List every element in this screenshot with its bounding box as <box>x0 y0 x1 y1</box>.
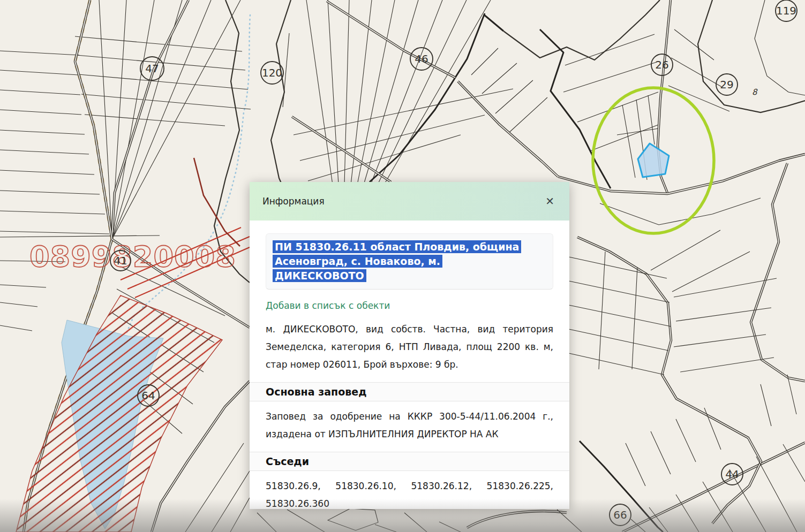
svg-text:44: 44 <box>725 468 739 481</box>
app-window: 0899820008 47120461192629416444668 Инфор… <box>0 0 805 532</box>
parcel-label-46: 46 <box>410 48 433 70</box>
popup-title: Информация <box>262 196 325 207</box>
svg-text:64: 64 <box>141 389 155 402</box>
parcel-label-66: 66 <box>610 504 631 526</box>
svg-text:119: 119 <box>776 4 796 17</box>
svg-text:47: 47 <box>145 62 159 75</box>
svg-text:46: 46 <box>415 52 428 65</box>
parcel-label-120: 120 <box>261 62 283 84</box>
parcel-title-highlight: ПИ 51830.26.11 област Пловдив, община Ас… <box>273 240 521 282</box>
small-map-label: 8 <box>752 87 758 97</box>
popup-header: Информация ✕ <box>250 182 569 221</box>
add-to-list-link[interactable]: Добави в списък с обекти <box>266 300 390 311</box>
parcel-description: м. ДИКЕСКОВОТО, вид собств. Частна, вид … <box>266 321 553 374</box>
svg-text:41: 41 <box>114 254 127 267</box>
parcel-title-box: ПИ 51830.26.11 област Пловдив, община Ас… <box>266 233 553 290</box>
neighbors-text: 51830.26.9, 51830.26.10, 51830.26.12, 51… <box>266 477 553 513</box>
watermark-phone: 0899820008 <box>29 240 236 273</box>
svg-text:66: 66 <box>613 508 627 521</box>
close-icon[interactable]: ✕ <box>543 195 556 208</box>
svg-text:26: 26 <box>655 58 668 71</box>
main-order-text: Заповед за одобрение на КККР 300-5-44/11… <box>266 408 553 443</box>
popup-body: ПИ 51830.26.11 област Пловдив, община Ас… <box>250 221 569 513</box>
section-neighbors: Съседи <box>250 452 569 471</box>
section-main-order: Основна заповед <box>250 382 569 401</box>
parcel-label-29: 29 <box>716 74 738 95</box>
parcel-label-119: 119 <box>776 0 797 21</box>
restricted-hatch-area <box>16 158 250 532</box>
parcel-label-26: 26 <box>651 54 673 75</box>
svg-text:120: 120 <box>262 66 282 79</box>
svg-text:29: 29 <box>720 78 733 91</box>
info-popup: Информация ✕ ПИ 51830.26.11 област Пловд… <box>250 182 569 509</box>
